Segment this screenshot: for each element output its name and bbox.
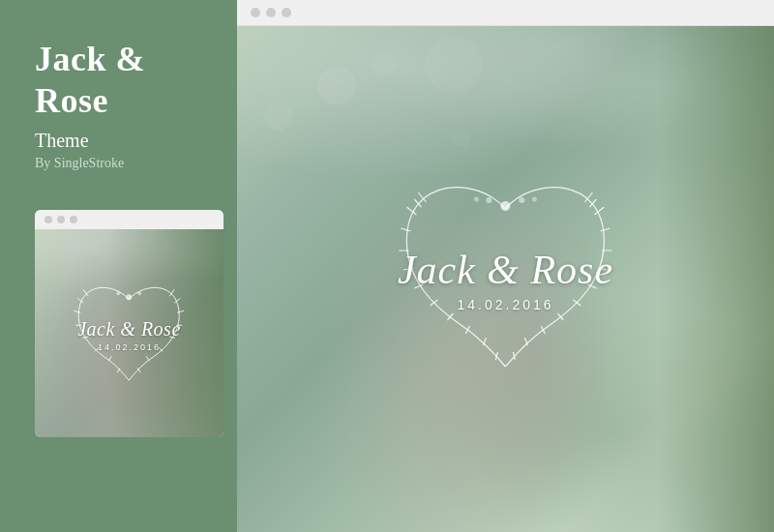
foliage-overlay-main xyxy=(658,26,774,532)
main-preview-image: Jack & Rose 14.02.2016 xyxy=(237,26,774,532)
dot-1 xyxy=(45,216,52,223)
dot-2 xyxy=(57,216,65,223)
main-browser-bar xyxy=(237,0,774,26)
sidebar: Jack & Rose Theme By SingleStroke xyxy=(0,0,237,532)
main-dot-3 xyxy=(282,8,291,17)
main-dot-2 xyxy=(266,8,276,17)
small-browser-bar xyxy=(35,210,223,229)
theme-author: By SingleStroke xyxy=(35,156,208,171)
small-preview-browser: Jack & Rose 14.02.2016 xyxy=(35,210,223,437)
dot-3 xyxy=(70,216,77,223)
main-preview-area: Jack & Rose 14.02.2016 xyxy=(237,0,774,532)
small-preview-image: Jack & Rose 14.02.2016 xyxy=(35,229,223,437)
main-dot-1 xyxy=(251,8,260,17)
theme-label: Theme xyxy=(35,130,208,152)
theme-title: Jack & Rose xyxy=(35,39,208,122)
foliage-overlay-small xyxy=(107,229,223,437)
